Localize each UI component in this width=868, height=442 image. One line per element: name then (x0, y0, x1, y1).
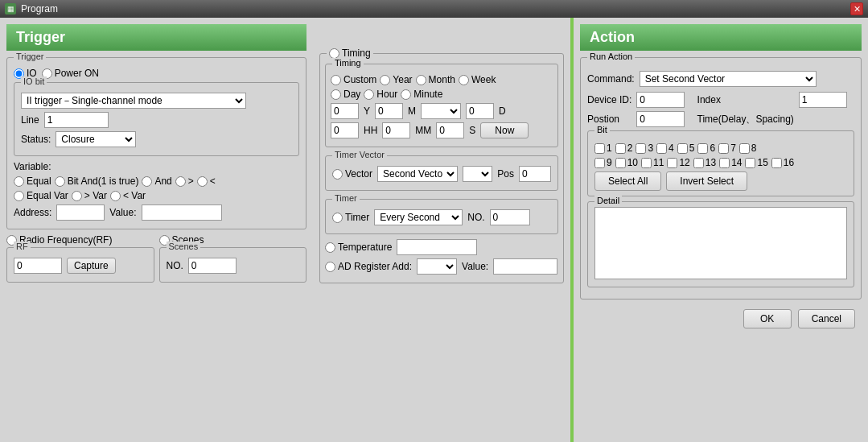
command-label: Command: (587, 73, 635, 85)
y-input[interactable] (331, 103, 359, 119)
custom-radio-label[interactable]: Custom (331, 74, 376, 85)
ad-register-radio[interactable] (325, 262, 335, 272)
minute-radio-label[interactable]: Minute (401, 89, 442, 100)
cancel-button[interactable]: Cancel (798, 309, 855, 328)
week-radio[interactable] (459, 75, 469, 85)
bit-and-radio[interactable] (55, 176, 65, 187)
equal-radio[interactable] (14, 176, 24, 187)
scenes-no-input[interactable] (188, 258, 237, 274)
week-radio-label[interactable]: Week (459, 74, 496, 85)
gt-var-radio-label[interactable]: > Var (72, 190, 107, 201)
m-input[interactable] (375, 103, 403, 119)
timer-radio-label[interactable]: Timer (332, 212, 369, 223)
equal-radio-label[interactable]: Equal (14, 176, 51, 187)
vector-radio-label[interactable]: Vector (332, 168, 372, 180)
vector-select[interactable]: Second Vector (377, 166, 458, 182)
pos-input[interactable] (519, 166, 551, 182)
lt-radio[interactable] (197, 176, 208, 187)
equal-var-radio[interactable] (14, 191, 24, 201)
bit-16[interactable]: 16 (771, 157, 794, 168)
equal-var-radio-label[interactable]: Equal Var (14, 190, 68, 201)
select-all-button[interactable]: Select All (594, 171, 661, 191)
bit-6[interactable]: 6 (697, 143, 715, 154)
day-radio-label[interactable]: Day (331, 89, 360, 100)
mm-input[interactable] (382, 122, 410, 138)
and-radio[interactable] (142, 176, 152, 187)
command-row: Command: Set Second Vector (587, 71, 854, 87)
bit-15[interactable]: 15 (745, 157, 767, 168)
io-trigger-select[interactable]: II trigger－Single-channel mode (21, 93, 246, 109)
m-select[interactable] (421, 103, 461, 119)
bit-14[interactable]: 14 (719, 157, 742, 168)
command-select[interactable]: Set Second Vector (640, 71, 817, 87)
bit-3[interactable]: 3 (636, 143, 653, 154)
address-input[interactable] (56, 204, 105, 221)
bit-8[interactable]: 8 (739, 143, 757, 154)
month-radio-label[interactable]: Month (416, 74, 455, 85)
ad-register-select[interactable] (417, 258, 457, 275)
timing-radio[interactable] (329, 48, 339, 59)
rf-group: RF Capture (6, 247, 154, 283)
device-id-input[interactable] (636, 92, 685, 108)
bit-group: Bit 1 2 3 4 5 6 7 8 9 10 11 12 13 (587, 130, 854, 196)
vector-sub-select[interactable] (463, 166, 492, 182)
address-label: Address: (14, 207, 51, 218)
bit-13[interactable]: 13 (693, 157, 716, 168)
bit-and-radio-label[interactable]: Bit And(1 is true) (55, 176, 139, 187)
and-radio-label[interactable]: And (142, 176, 171, 187)
close-button[interactable]: ✕ (850, 2, 863, 15)
temperature-radio[interactable] (325, 242, 335, 253)
bit-5[interactable]: 5 (677, 143, 695, 154)
index-input[interactable] (799, 92, 847, 108)
year-radio-label[interactable]: Year (380, 74, 412, 85)
bit-10[interactable]: 10 (615, 157, 638, 168)
value-input[interactable] (142, 204, 222, 221)
ad-value-input[interactable] (493, 258, 557, 275)
hour-radio-label[interactable]: Hour (364, 89, 397, 100)
status-select[interactable]: Closure Open (56, 131, 136, 147)
day-radio[interactable] (331, 89, 341, 100)
s-label: S (469, 125, 475, 136)
gt-radio-label[interactable]: > (175, 176, 194, 187)
now-button[interactable]: Now (480, 122, 529, 138)
temperature-radio-label[interactable]: Temperature (325, 242, 392, 253)
timer-select[interactable]: Every Second (374, 209, 463, 225)
ad-register-radio-label[interactable]: AD Register Add: (325, 261, 412, 272)
hh-input[interactable] (331, 122, 359, 138)
line-input[interactable] (44, 112, 109, 128)
bit-4[interactable]: 4 (656, 143, 674, 154)
trigger-header: Trigger (6, 24, 306, 51)
custom-radio[interactable] (331, 75, 341, 85)
power-on-radio-label[interactable]: Power ON (42, 68, 99, 79)
gt-var-radio[interactable] (72, 191, 82, 201)
bit-1[interactable]: 1 (594, 143, 612, 154)
run-action-title: Run Action (587, 52, 635, 61)
month-radio[interactable] (416, 75, 426, 85)
hour-radio[interactable] (364, 89, 374, 100)
s-input[interactable] (436, 122, 464, 138)
bit-2[interactable]: 2 (615, 143, 633, 154)
temperature-input[interactable] (397, 239, 477, 255)
lt-var-radio[interactable] (110, 191, 121, 201)
rf-input[interactable] (14, 258, 62, 274)
ok-button[interactable]: OK (743, 309, 792, 328)
year-radio[interactable] (380, 75, 390, 85)
minute-radio[interactable] (401, 89, 411, 100)
lt-radio-label[interactable]: < (197, 176, 216, 187)
bit-12[interactable]: 12 (667, 157, 689, 168)
capture-button[interactable]: Capture (67, 258, 116, 274)
bit-11[interactable]: 11 (641, 157, 664, 168)
detail-textarea[interactable] (594, 207, 847, 279)
bit-9[interactable]: 9 (594, 157, 612, 168)
position-input[interactable] (636, 111, 685, 127)
lt-var-radio-label[interactable]: < Var (110, 190, 146, 201)
d-input[interactable] (466, 103, 494, 119)
bit-7[interactable]: 7 (718, 143, 736, 154)
vector-radio[interactable] (332, 169, 343, 180)
timer-radio[interactable] (332, 213, 343, 223)
d-label: D (499, 105, 506, 117)
no-input[interactable] (490, 209, 530, 225)
gt-radio[interactable] (175, 176, 186, 187)
bottom-buttons: OK Cancel (580, 304, 862, 333)
invert-select-button[interactable]: Invert Select (666, 171, 747, 191)
